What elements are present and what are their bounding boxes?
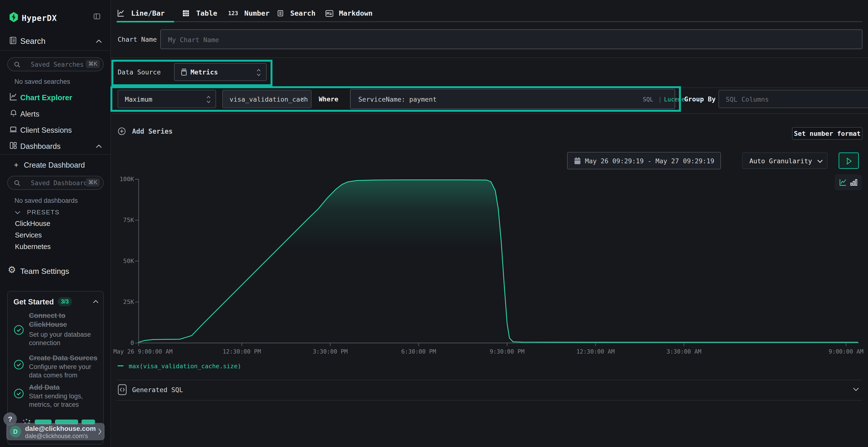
run-query-button[interactable] [839, 152, 859, 169]
no-saved-dashboards-note: No saved dashboards [14, 197, 78, 204]
chevron-up-icon[interactable] [95, 144, 102, 148]
brand-name: HyperDX [22, 13, 57, 23]
x-axis-tick-label: 6:30:00 PM [401, 348, 436, 355]
get-started-progress-badge: 3/3 [58, 297, 72, 306]
x-axis-tick-label: May 26 9:00:00 AM [113, 348, 173, 355]
divider [111, 88, 868, 88]
saved-searches-placeholder: Saved Searches [31, 61, 84, 68]
saved-searches-input[interactable]: Saved Searches ⌘K [7, 57, 104, 71]
list-document-icon [277, 10, 284, 17]
create-dashboard-button[interactable]: + Create Dashboard [14, 161, 85, 170]
get-started-item-desc: Configure where your data comes from [29, 363, 96, 380]
get-started-item-title[interactable]: Create Data Sources [29, 353, 104, 363]
help-button[interactable]: ? [3, 412, 17, 426]
saved-dashboards-input[interactable]: Saved Dashboards ⌘K [7, 176, 104, 190]
get-started-item-desc: Start sending logs, metrics, or traces [29, 392, 96, 409]
chevron-up-icon[interactable] [95, 39, 102, 43]
set-number-format-button[interactable]: Set number format [792, 127, 863, 140]
tab-number[interactable]: 123 Number [228, 9, 270, 18]
data-source-select[interactable]: Metrics [174, 63, 267, 81]
preset-clickhouse[interactable]: ClickHouse [15, 220, 51, 228]
y-axis-tick-label: 25K [111, 299, 134, 305]
sidebar: HyperDX Search Saved Searches ⌘K No save… [0, 0, 111, 447]
collapse-sidebar-icon[interactable] [93, 12, 101, 20]
remove-tag-icon[interactable]: × [301, 95, 305, 103]
metric-tag-label: visa_validation_cach [229, 96, 308, 103]
main-panel: Line/Bar Table 123 Number Search Markdow… [111, 0, 868, 447]
check-circle-icon [13, 359, 24, 370]
x-axis-tick-label: 3:30:00 PM [313, 348, 348, 355]
chevron-up-icon[interactable] [93, 300, 99, 304]
preset-services[interactable]: Services [15, 231, 42, 239]
data-source-label: Data Source [118, 68, 161, 76]
line-chart-icon [117, 9, 124, 17]
date-range-input[interactable]: May 26 09:29:19 - May 27 09:29:19 [567, 152, 721, 169]
get-started-title: Get Started [13, 298, 54, 306]
divider [117, 400, 862, 401]
sidebar-item-alerts[interactable]: Alerts [20, 110, 39, 118]
get-started-item-title[interactable]: Connect to ClickHouse [29, 311, 94, 329]
granularity-value: Auto Granularity [749, 157, 812, 165]
saved-dashboards-placeholder: Saved Dashboards [31, 179, 91, 187]
no-saved-searches-note: No saved searches [14, 78, 70, 85]
y-axis-tick-label: 50K [111, 257, 134, 265]
lucene-mode-toggle[interactable]: Lucene [664, 96, 685, 103]
tab-line-bar[interactable]: Line/Bar [117, 9, 165, 18]
date-range-value: May 26 09:29:19 - May 27 09:29:19 [585, 157, 714, 165]
sql-mode-toggle[interactable]: SQL [643, 96, 653, 103]
plus-icon: + [14, 161, 18, 169]
get-started-card: Get Started 3/3 Connect to ClickHouse Se… [7, 291, 104, 445]
tab-search[interactable]: Search [277, 9, 315, 18]
x-axis-tick-label: 9:00:00 AM [829, 348, 864, 355]
aggregation-select[interactable]: Maximum [118, 90, 216, 108]
where-label: Where [319, 95, 338, 103]
search-icon [13, 179, 21, 187]
add-series-label: Add Series [132, 128, 173, 135]
legend-label: max(visa_validation_cache.size) [129, 363, 241, 370]
x-axis-tick-label: 12:30:00 PM [222, 348, 261, 355]
tab-table[interactable]: Table [182, 9, 217, 18]
where-value: ServiceName: payment [358, 96, 437, 103]
add-series-button[interactable]: Add Series [118, 127, 173, 135]
sidebar-item-chart-explorer[interactable]: Chart Explorer [20, 94, 72, 102]
group-by-placeholder: SQL Columns [726, 96, 769, 103]
legend-swatch [118, 365, 123, 366]
x-axis-tick-label: 9:30:00 PM [490, 348, 525, 355]
tab-markdown[interactable]: Markdown [326, 9, 373, 18]
database-icon [180, 68, 188, 76]
chevron-down-icon [817, 159, 823, 164]
chart-name-label: Chart Name [118, 36, 157, 43]
search-icon [13, 61, 21, 68]
generated-sql-toggle[interactable]: Generated SQL [111, 380, 868, 400]
calendar-icon [574, 157, 581, 165]
generated-sql-label: Generated SQL [132, 386, 183, 393]
data-source-value: Metrics [190, 68, 218, 76]
metric-tag[interactable]: visa_validation_cach × [222, 90, 311, 108]
divider [0, 50, 111, 50]
gear-icon: ⚙ [8, 265, 16, 275]
search-section-icon [9, 36, 18, 45]
chart-explorer-icon [9, 92, 18, 101]
x-axis-tick-label: 3:30:00 AM [666, 348, 702, 355]
chart-legend[interactable]: max(visa_validation_cache.size) [118, 363, 241, 370]
divider [111, 58, 868, 58]
chart-area[interactable]: 025K50K75K100K May 26 9:00:00 AM12:30:00… [111, 176, 868, 359]
granularity-select[interactable]: Auto Granularity [742, 152, 828, 169]
x-axis-tick-label: 12:30:00 AM [576, 348, 615, 355]
sidebar-section-search[interactable]: Search [20, 37, 45, 46]
chart-name-input[interactable]: My Chart Name [160, 29, 863, 49]
chevron-down-icon [852, 387, 859, 392]
hyperdx-logo-icon [8, 11, 19, 23]
get-started-item-title[interactable]: Add Data [29, 383, 104, 392]
presets-toggle[interactable]: PRESETS [14, 209, 60, 216]
plus-circle-icon [118, 127, 126, 135]
divider [0, 154, 111, 154]
sidebar-item-client-sessions[interactable]: Client Sessions [20, 126, 72, 135]
group-by-input[interactable]: SQL Columns [718, 90, 868, 108]
where-input[interactable]: ServiceName: payment SQL | Lucene [350, 89, 675, 109]
sidebar-item-team-settings[interactable]: Team Settings [20, 267, 69, 276]
sidebar-item-dashboards[interactable]: Dashboards [20, 142, 61, 151]
divider [111, 113, 868, 114]
preset-kubernetes[interactable]: Kubernetes [15, 243, 51, 251]
user-menu[interactable]: D dale@clickhouse.com dale@clickhouse.co… [6, 423, 105, 440]
